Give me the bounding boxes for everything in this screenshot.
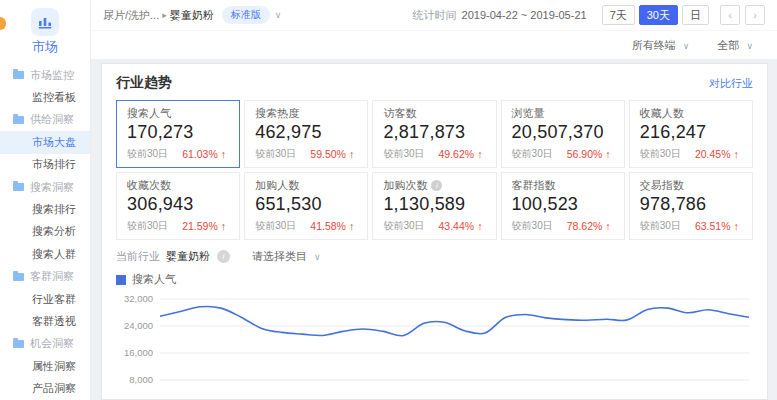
metric-tile-交易指数[interactable]: 交易指数 978,786 较前30日 63.51% ↑ <box>629 172 753 240</box>
sidebar-item-label: 产品洞察 <box>32 381 76 396</box>
sidebar-group-label: 市场监控 <box>30 68 74 83</box>
folder-icon <box>13 273 24 281</box>
metric-change: 59.50% <box>310 148 346 160</box>
sidebar-group-label: 机会洞察 <box>30 336 74 351</box>
breadcrumb-current[interactable]: 婴童奶粉 <box>170 8 214 23</box>
metric-tile-客群指数[interactable]: 客群指数 100,523 较前30日 78.62% ↑ <box>501 172 625 240</box>
current-industry-value: 婴童奶粉 <box>166 249 210 264</box>
terminal-filter-label: 所有终端 <box>632 39 676 51</box>
chevron-down-icon: ∨ <box>683 41 690 51</box>
sidebar-item-label: 搜索分析 <box>32 224 76 239</box>
arrow-up-icon: ↑ <box>221 220 227 232</box>
sidebar-item-搜索排行[interactable]: 搜索排行 <box>0 198 90 220</box>
metric-vs-label: 较前30日 <box>383 147 424 161</box>
breadcrumb-separator-icon: ▸ <box>162 10 167 20</box>
sidebar-item-搜索人群[interactable]: 搜索人群 <box>0 243 90 265</box>
metric-label: 加购人数 <box>255 178 299 193</box>
arrow-up-icon: ↑ <box>221 148 227 160</box>
category-select-label: 请选择类目 <box>252 250 307 262</box>
pager-next-button[interactable]: › <box>745 5 765 25</box>
metric-label: 搜索人气 <box>127 106 171 121</box>
sidebar-item-label: 市场排行 <box>32 157 76 172</box>
sidebar-item-市场排行[interactable]: 市场排行 <box>0 154 90 176</box>
metric-tile-收藏人数[interactable]: 收藏人数 216,247 较前30日 20.45% ↑ <box>629 100 753 168</box>
metric-tile-浏览量[interactable]: 浏览量 20,507,370 较前30日 56.90% ↑ <box>501 100 625 168</box>
legend-swatch <box>116 275 126 285</box>
metric-label: 收藏次数 <box>127 178 171 193</box>
sidebar-item-搜索分析[interactable]: 搜索分析 <box>0 221 90 243</box>
metric-tile-加购次数[interactable]: 加购次数 i 1,130,589 较前30日 43.44% ↑ <box>372 172 496 240</box>
range-button-group: 7天30天日 <box>602 5 709 25</box>
range-button-日[interactable]: 日 <box>682 5 709 25</box>
industry-trend-panel: 行业趋势 对比行业 搜索人气 170,273 较前30日 61.03% ↑ 搜索… <box>101 63 768 400</box>
module-label: 市场 <box>0 38 90 56</box>
metric-value: 462,975 <box>255 122 357 143</box>
sidebar-item-label: 搜索人群 <box>32 247 76 262</box>
sidebar-group-机会洞察[interactable]: 机会洞察 <box>0 333 90 355</box>
metric-tile-搜索热度[interactable]: 搜索热度 462,975 较前30日 59.50% ↑ <box>244 100 368 168</box>
current-industry-label: 当前行业 <box>116 249 160 264</box>
module-badge[interactable]: 市场 <box>0 0 90 56</box>
metric-value: 2,817,873 <box>383 122 485 143</box>
folder-icon <box>13 183 24 191</box>
range-button-30天[interactable]: 30天 <box>639 5 678 25</box>
svg-text:24,000: 24,000 <box>124 320 153 331</box>
top-bar: 尿片/洗护... ▸ 婴童奶粉 标准版 ∨ 统计时间 2019-04-22 ~ … <box>91 0 777 30</box>
metric-tile-加购人数[interactable]: 加购人数 651,530 较前30日 41.58% ↑ <box>244 172 368 240</box>
metric-vs-label: 较前30日 <box>127 147 168 161</box>
metric-tile-收藏次数[interactable]: 收藏次数 306,943 较前30日 21.59% ↑ <box>116 172 240 240</box>
metric-tile-访客数[interactable]: 访客数 2,817,873 较前30日 49.62% ↑ <box>372 100 496 168</box>
range-button-7天[interactable]: 7天 <box>602 5 635 25</box>
metric-label: 收藏人数 <box>640 106 684 121</box>
sidebar-item-label: 搜索排行 <box>32 202 76 217</box>
metric-tile-搜索人气[interactable]: 搜索人气 170,273 较前30日 61.03% ↑ <box>116 100 240 168</box>
sidebar-group-搜索洞察[interactable]: 搜索洞察 <box>0 176 90 198</box>
compare-industry-link[interactable]: 对比行业 <box>709 76 753 91</box>
category-select-dropdown[interactable]: 请选择类目 ∨ <box>252 249 321 264</box>
sidebar-item-属性洞察[interactable]: 属性洞察 <box>0 355 90 377</box>
metric-value: 20,507,370 <box>512 122 614 143</box>
sidebar-group-供给洞察[interactable]: 供给洞察 <box>0 109 90 131</box>
sidebar-item-行业客群[interactable]: 行业客群 <box>0 288 90 310</box>
arrow-up-icon: ↑ <box>477 148 483 160</box>
metric-label: 浏览量 <box>512 106 545 121</box>
info-icon[interactable]: i <box>217 250 230 263</box>
sidebar-item-产品洞察[interactable]: 产品洞察 <box>0 377 90 399</box>
metric-change: 41.58% <box>310 220 346 232</box>
folder-icon <box>13 71 24 79</box>
terminal-filter-dropdown[interactable]: 所有终端 ∨ <box>632 38 690 53</box>
market-module-icon <box>31 8 59 36</box>
breadcrumb-parent[interactable]: 尿片/洗护... <box>103 8 159 23</box>
metric-change: 43.44% <box>439 220 475 232</box>
arrow-up-icon: ↑ <box>349 220 355 232</box>
sidebar-group-市场监控[interactable]: 市场监控 <box>0 64 90 86</box>
metric-change: 56.90% <box>567 148 603 160</box>
metric-label: 客群指数 <box>512 178 556 193</box>
pager-prev-button[interactable]: ‹ <box>720 5 740 25</box>
metric-value: 1,130,589 <box>383 194 485 215</box>
metric-vs-label: 较前30日 <box>127 219 168 233</box>
metric-label: 加购次数 <box>383 178 427 193</box>
svg-text:8,000: 8,000 <box>129 374 153 385</box>
metric-value: 306,943 <box>127 194 229 215</box>
edition-badge[interactable]: 标准版 <box>222 6 270 24</box>
sidebar-item-监控看板[interactable]: 监控看板 <box>0 86 90 108</box>
sidebar-group-客群洞察[interactable]: 客群洞察 <box>0 266 90 288</box>
sidebar-item-label: 市场大盘 <box>32 135 76 150</box>
svg-text:16,000: 16,000 <box>124 347 153 358</box>
sidebar-nav: 市场监控 监控看板 供给洞察 市场大盘 市场排行 搜索洞察 搜索排行 搜索分析 … <box>0 64 90 400</box>
panel-title: 行业趋势 <box>116 74 172 92</box>
metric-vs-label: 较前30日 <box>640 147 681 161</box>
metric-change: 49.62% <box>439 148 475 160</box>
sidebar-item-客群透视[interactable]: 客群透视 <box>0 310 90 332</box>
chevron-down-icon[interactable]: ∨ <box>275 10 282 20</box>
metric-grid: 搜索人气 170,273 较前30日 61.03% ↑ 搜索热度 462,975… <box>116 100 753 240</box>
metric-label: 交易指数 <box>640 178 684 193</box>
folder-icon <box>13 116 24 124</box>
metric-vs-label: 较前30日 <box>512 147 553 161</box>
metric-vs-label: 较前30日 <box>255 219 296 233</box>
metric-label: 搜索热度 <box>255 106 299 121</box>
scope-filter-dropdown[interactable]: 全部 ∨ <box>717 38 753 53</box>
metric-change: 63.51% <box>695 220 731 232</box>
sidebar-item-市场大盘[interactable]: 市场大盘 <box>0 131 90 153</box>
